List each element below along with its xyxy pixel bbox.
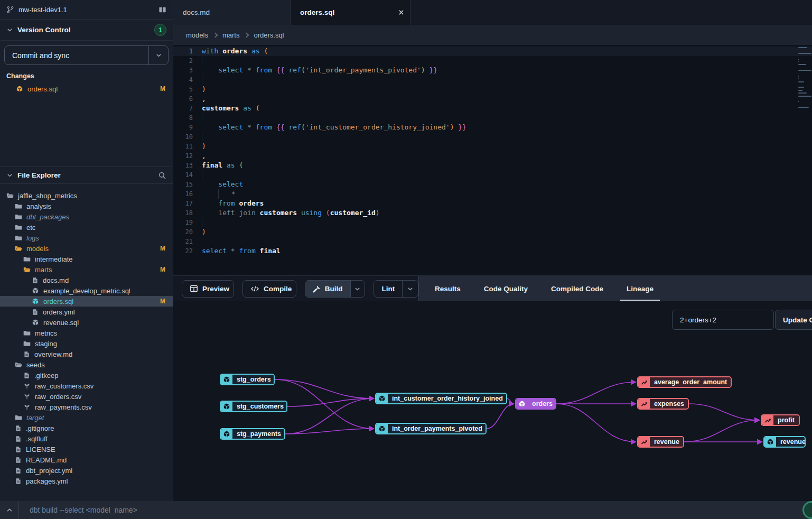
code-line-content: ,: [202, 151, 206, 161]
tab-results[interactable]: Results: [434, 276, 462, 301]
lineage-node-int_customer_order_history_joined[interactable]: int_customer_order_history_joined: [375, 393, 507, 404]
changed-file-label: orders.sql: [27, 85, 160, 93]
lineage-node-stg_customers[interactable]: stg_customers: [220, 401, 287, 412]
lineage-node-int_order_payments_pivoted[interactable]: int_order_payments_pivoted: [375, 423, 487, 434]
tree-item-label: etc: [26, 224, 165, 231]
tree-item-orders.sql[interactable]: orders.sqlM: [0, 296, 173, 307]
commit-and-sync-button[interactable]: Commit and sync: [4, 45, 169, 65]
line-number: 14: [173, 170, 202, 180]
node-label: stg_orders: [232, 375, 275, 384]
build-dropdown-button[interactable]: [350, 281, 365, 297]
chevron-down-icon: [354, 285, 361, 292]
tree-item-LICENSE[interactable]: LICENSE: [0, 444, 173, 455]
tree-item-raw_payments.csv[interactable]: raw_payments.csv: [0, 402, 173, 412]
tree-item-README.md[interactable]: README.md: [0, 455, 173, 465]
tree-item-.sqlfluff[interactable]: .sqlfluff: [0, 433, 173, 444]
tab-compiled-code[interactable]: Compiled Code: [550, 276, 604, 301]
folder-icon: [15, 414, 22, 421]
tree-item-dbt_packages[interactable]: dbt_packages: [0, 211, 173, 222]
tree-item-.gitignore[interactable]: .gitignore: [0, 423, 173, 433]
lint-button[interactable]: Lint: [374, 281, 402, 297]
tree-item-label: .gitkeep: [34, 372, 165, 379]
tree-item-raw_orders.csv[interactable]: raw_orders.csv: [0, 391, 173, 402]
code-line-content: select * from {{ ref('int_customer_order…: [202, 123, 466, 132]
expand-command-bar-button[interactable]: [0, 501, 19, 519]
tree-item-models[interactable]: modelsM: [0, 243, 173, 254]
file-explorer-header[interactable]: File Explorer: [0, 166, 173, 184]
build-button[interactable]: Build: [305, 281, 350, 297]
split-columns-icon[interactable]: [158, 6, 166, 14]
lineage-node-profit[interactable]: profit: [761, 414, 800, 426]
tree-item-label: models: [26, 245, 160, 253]
tree-item-seeds[interactable]: seeds: [0, 359, 173, 370]
tree-item-metrics[interactable]: metrics: [0, 328, 173, 338]
code-line-content: ): [202, 142, 206, 151]
breadcrumb-item-orders.sql[interactable]: orders.sql: [254, 31, 284, 39]
breadcrumb-item-marts[interactable]: marts: [222, 31, 240, 39]
lineage-node-revenue_metric[interactable]: revenue: [637, 436, 684, 448]
tree-item-raw_customers.csv[interactable]: raw_customers.csv: [0, 381, 173, 391]
lineage-node-expenses[interactable]: expenses: [637, 398, 689, 410]
tree-item-orders.yml[interactable]: orders.yml: [0, 307, 173, 317]
file-icon: [15, 446, 22, 453]
tree-item-overview.md[interactable]: overview.md: [0, 349, 173, 359]
tree-item-etc[interactable]: etc: [0, 222, 173, 233]
lineage-selector-input[interactable]: [672, 310, 774, 330]
lineage-node-average_order_amount[interactable]: average_order_amount: [637, 376, 732, 388]
line-number: 8: [173, 113, 202, 123]
lineage-node-stg_payments[interactable]: stg_payments: [220, 428, 285, 440]
lineage-node-revenue_model[interactable]: revenue: [763, 436, 806, 448]
lineage-panel: Update G stg_ordersstg_customersstg_paym…: [173, 301, 812, 501]
tree-item-analysis[interactable]: analysis: [0, 201, 173, 211]
tab-label: Results: [435, 285, 461, 293]
code-line-content: ): [202, 85, 206, 94]
tree-item-label: .sqlfluff: [26, 435, 165, 443]
code-line-7: 7customers as (: [173, 104, 812, 113]
tab-label: docs.md: [183, 8, 210, 16]
node-label: int_customer_order_history_joined: [388, 394, 507, 403]
tree-item-label: raw_payments.csv: [35, 403, 165, 411]
tree-item-packages.yml[interactable]: packages.yml: [0, 476, 173, 486]
tree-item-staging[interactable]: staging: [0, 338, 173, 349]
editor-tab-orders.sql[interactable]: orders.sql: [291, 0, 410, 25]
dbt-ide-app: mw-test-idev1.1 Version Control 1 Commit…: [0, 0, 812, 519]
lineage-node-stg_orders[interactable]: stg_orders: [220, 374, 275, 385]
breadcrumb-item-models[interactable]: models: [186, 31, 208, 39]
code-line-content: select * from final: [202, 246, 281, 256]
search-icon[interactable]: [158, 171, 166, 180]
model-cube-icon: [221, 375, 232, 384]
version-control-header[interactable]: Version Control 1: [0, 20, 173, 41]
tree-item-example_develop_metric.sql[interactable]: example_develop_metric.sql: [0, 285, 173, 296]
tree-item-revenue.sql[interactable]: revenue.sql: [0, 317, 173, 328]
tree-item-intermediate[interactable]: intermediate: [0, 254, 173, 264]
tree-item-target[interactable]: target: [0, 412, 173, 423]
changed-file-orders.sql[interactable]: orders.sqlM: [0, 83, 173, 95]
code-line-16: 16 *: [173, 189, 812, 199]
update-graph-button[interactable]: Update G: [775, 310, 812, 330]
code-editor[interactable]: 1with orders as (23 select * from {{ ref…: [173, 45, 812, 275]
tree-item-.gitkeep[interactable]: .gitkeep: [0, 370, 173, 381]
tree-item-dbt_project.yml[interactable]: dbt_project.yml: [0, 465, 173, 476]
node-label: expenses: [650, 399, 688, 409]
line-number: 4: [173, 75, 202, 85]
tree-item-marts[interactable]: martsM: [0, 264, 173, 275]
lineage-node-orders[interactable]: orders: [515, 398, 556, 410]
commit-dropdown-button[interactable]: [149, 46, 168, 64]
dbt-command-input[interactable]: [19, 501, 812, 519]
tree-item-jaffle_shop_metrics[interactable]: jaffle_shop_metrics: [0, 190, 173, 201]
preview-button[interactable]: Preview: [182, 281, 234, 297]
editor-minimap[interactable]: [798, 47, 812, 110]
tab-code-quality[interactable]: Code Quality: [483, 276, 529, 301]
tab-lineage[interactable]: Lineage: [626, 276, 655, 301]
tree-item-logs[interactable]: logs: [0, 233, 173, 243]
editor-tab-docs.md[interactable]: docs.md: [173, 0, 291, 25]
line-number: 3: [173, 66, 202, 75]
edge-stg_payments-to-int_order_payments_pivoted: [285, 429, 374, 434]
code-line-content: [202, 56, 202, 66]
tree-item-label: jaffle_shop_metrics: [18, 192, 165, 200]
chevron-down-icon: [407, 285, 414, 292]
compile-button[interactable]: Compile: [243, 281, 296, 297]
tree-item-docs.md[interactable]: docs.md: [0, 275, 173, 285]
close-tab-icon[interactable]: [398, 9, 405, 16]
lint-dropdown-button[interactable]: [403, 281, 418, 297]
